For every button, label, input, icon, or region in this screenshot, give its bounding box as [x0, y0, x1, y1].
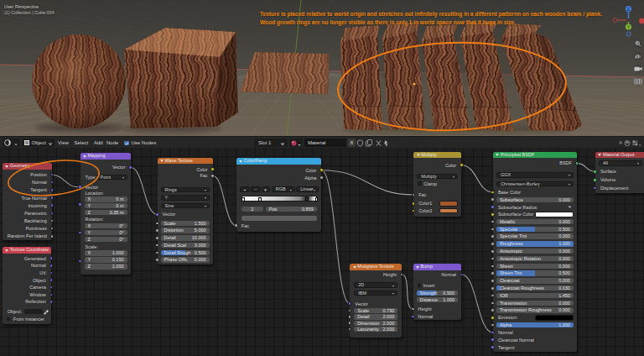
svg-text:Y: Y	[627, 24, 631, 29]
